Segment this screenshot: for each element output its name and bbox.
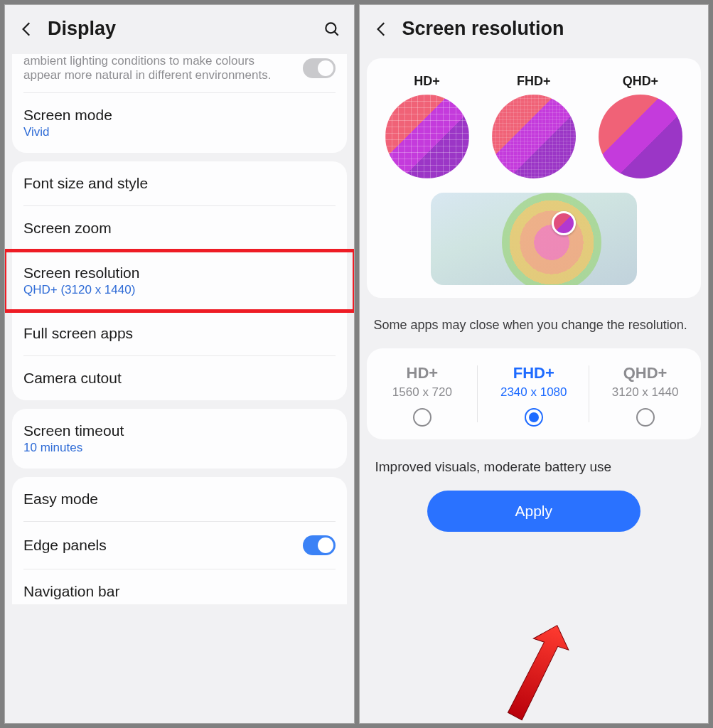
radio-icon	[413, 408, 431, 427]
preview-circle-qhd	[599, 95, 682, 178]
adaptive-colour-description: ambient lighting conditions to make colo…	[23, 54, 294, 82]
screen-timeout-value: 10 minutes	[23, 441, 336, 455]
apply-button[interactable]: Apply	[427, 491, 640, 532]
option-qhd[interactable]: QHD+ 3120 x 1440	[589, 348, 701, 439]
screen-resolution-screen: Screen resolution HD+ FHD+ QHD+ Some app…	[359, 4, 709, 724]
display-settings-screen: Display ambient lighting conditions to m…	[4, 4, 355, 724]
svg-point-0	[326, 23, 336, 33]
radio-icon-selected	[525, 408, 543, 427]
svg-line-1	[334, 31, 338, 35]
preview-hd: HD+	[385, 74, 469, 178]
radio-icon	[636, 408, 655, 427]
adaptive-colour-toggle[interactable]	[303, 58, 336, 78]
back-icon[interactable]	[18, 20, 36, 38]
preview-qhd: QHD+	[599, 74, 682, 178]
navigation-bar-row[interactable]: Navigation bar	[12, 569, 347, 604]
header: Screen resolution	[360, 5, 709, 58]
option-fhd[interactable]: FHD+ 2340 x 1080	[478, 348, 589, 439]
resolution-options: HD+ 1560 x 720 FHD+ 2340 x 1080 QHD+ 312…	[367, 348, 702, 439]
screen-zoom-row[interactable]: Screen zoom	[12, 206, 347, 250]
timeout-card: Screen timeout 10 minutes	[12, 409, 347, 469]
screen-resolution-value: QHD+ (3120 x 1440)	[23, 283, 336, 297]
font-size-style-row[interactable]: Font size and style	[12, 161, 347, 205]
screen-mode-value: Vivid	[23, 125, 336, 139]
page-title: Display	[48, 18, 311, 40]
screen-mode-row[interactable]: Screen mode Vivid	[12, 93, 347, 153]
edge-panels-toggle[interactable]	[303, 535, 336, 555]
adaptive-card: ambient lighting conditions to make colo…	[12, 54, 347, 153]
page-title: Screen resolution	[402, 18, 696, 40]
preview-card: HD+ FHD+ QHD+	[367, 58, 702, 298]
annotation-arrow-icon	[492, 615, 577, 724]
font-resolution-card: Font size and style Screen zoom Screen r…	[12, 161, 347, 400]
search-icon[interactable]	[323, 20, 341, 38]
misc-card: Easy mode Edge panels Navigation bar	[12, 477, 347, 604]
full-screen-apps-row[interactable]: Full screen apps	[12, 311, 347, 355]
screen-resolution-row[interactable]: Screen resolution QHD+ (3120 x 1440)	[12, 251, 347, 311]
selection-summary: Improved visuals, moderate battery use	[360, 439, 709, 481]
easy-mode-row[interactable]: Easy mode	[12, 477, 347, 521]
screen-resolution-label: Screen resolution	[23, 264, 336, 282]
camera-cutout-row[interactable]: Camera cutout	[12, 356, 347, 400]
header: Display	[5, 5, 354, 58]
edge-panels-row[interactable]: Edge panels	[12, 522, 347, 569]
preview-fhd: FHD+	[492, 74, 576, 178]
resolution-warning: Some apps may close when you change the …	[360, 306, 709, 348]
back-icon[interactable]	[372, 20, 391, 38]
preview-circle-hd	[385, 95, 469, 178]
screen-timeout-row[interactable]: Screen timeout 10 minutes	[12, 409, 347, 469]
magnifier-icon	[552, 211, 576, 235]
preview-circle-fhd	[492, 95, 576, 178]
screen-mode-label: Screen mode	[23, 107, 336, 124]
option-hd[interactable]: HD+ 1560 x 720	[367, 348, 478, 439]
wallpaper-preview	[431, 193, 637, 285]
